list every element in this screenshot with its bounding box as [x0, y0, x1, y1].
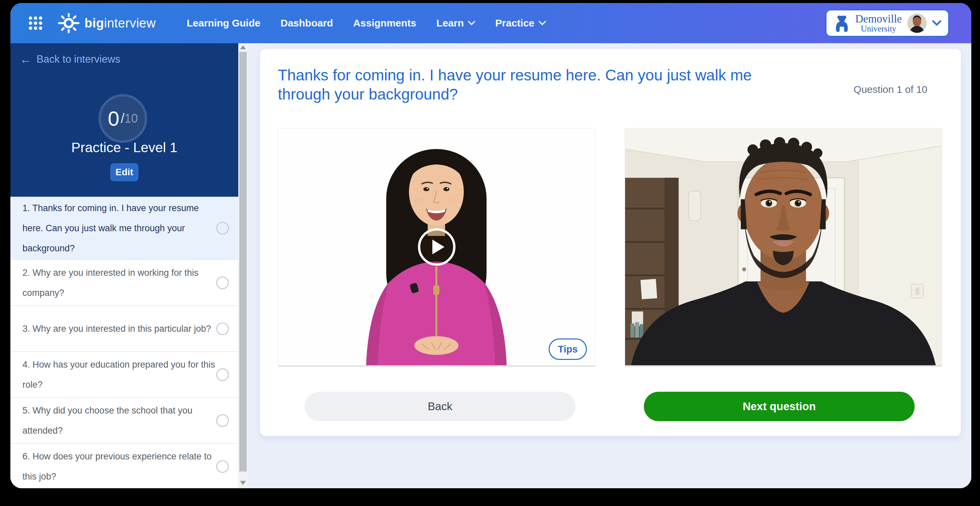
- progress-total: 10: [124, 111, 138, 126]
- chevron-down-icon: [468, 21, 475, 25]
- interview-set-title: Practice - Level 1: [10, 140, 238, 156]
- interview-sidebar: ← Back to interviews 0 / 10 Practice - L…: [10, 43, 238, 488]
- nav-practice[interactable]: Practice: [495, 18, 546, 29]
- scrollbar-up-arrow[interactable]: [240, 45, 246, 49]
- sun-logo-icon: [58, 12, 80, 34]
- question-card: Thanks for coming in. I have your resume…: [260, 49, 961, 436]
- app-switcher-grid-icon[interactable]: [28, 16, 43, 30]
- top-navigation-bar: biginterview Learning Guide Dashboard As…: [10, 3, 971, 43]
- play-icon: [432, 240, 444, 255]
- progress-slash: /: [121, 111, 124, 126]
- question-radio-icon[interactable]: [216, 322, 229, 335]
- question-text: 4. How has your education prepared you f…: [22, 355, 215, 395]
- logo-wordmark: biginterview: [84, 16, 156, 30]
- apps-grid-icon: [29, 16, 43, 30]
- question-counter: Question 1 of 10: [854, 84, 928, 95]
- biginterview-logo[interactable]: biginterview: [58, 12, 156, 34]
- scrollbar-thumb[interactable]: [239, 52, 247, 471]
- progress-current: 0: [108, 107, 119, 130]
- question-list-item-1[interactable]: 1. Thanks for coming in. I have your res…: [10, 197, 238, 259]
- question-text: 3. Why are you interested in this partic…: [22, 319, 215, 339]
- question-radio-icon[interactable]: [216, 414, 229, 427]
- edit-button[interactable]: Edit: [110, 163, 138, 181]
- scrollbar-down-arrow[interactable]: [240, 481, 246, 485]
- app-window: biginterview Learning Guide Dashboard As…: [10, 3, 971, 488]
- back-button[interactable]: Back: [305, 392, 576, 421]
- webcam-illustration: [625, 128, 942, 365]
- arrow-left-icon: ←: [20, 53, 32, 65]
- main-nav: Learning Guide Dashboard Assignments Lea…: [187, 18, 546, 29]
- chevron-down-icon: [932, 20, 942, 26]
- question-list-item-5[interactable]: 5. Why did you choose the school that yo…: [10, 397, 238, 443]
- question-list-item-6[interactable]: 6. How does your previous experience rel…: [10, 443, 238, 488]
- back-link-label: Back to interviews: [37, 53, 120, 65]
- bear-mascot-icon: [833, 13, 850, 33]
- account-institution: Demoville University: [855, 13, 902, 33]
- question-radio-icon[interactable]: [216, 460, 229, 473]
- question-text: 1. Thanks for coming in. I have your res…: [22, 198, 215, 258]
- question-list-item-4[interactable]: 4. How has your education prepared you f…: [10, 351, 238, 397]
- practice-main-area: Thanks for coming in. I have your resume…: [248, 43, 971, 488]
- question-radio-icon[interactable]: [216, 368, 229, 381]
- question-text: 5. Why did you choose the school that yo…: [22, 401, 215, 441]
- question-text: 6. How does your previous experience rel…: [22, 446, 215, 487]
- progress-circle: 0 / 10: [99, 94, 147, 143]
- nav-learning-guide[interactable]: Learning Guide: [187, 18, 261, 29]
- question-radio-icon[interactable]: [216, 222, 229, 235]
- nav-learn[interactable]: Learn: [436, 18, 475, 29]
- question-radio-icon[interactable]: [216, 277, 229, 289]
- question-list: 1. Thanks for coming in. I have your res…: [10, 197, 238, 488]
- account-menu[interactable]: Demoville University: [826, 10, 949, 37]
- chevron-down-icon: [539, 21, 546, 25]
- question-list-item-3[interactable]: 3. Why are you interested in this partic…: [10, 305, 238, 351]
- user-avatar: [907, 13, 927, 33]
- back-to-interviews-link[interactable]: ← Back to interviews: [20, 53, 120, 65]
- nav-dashboard[interactable]: Dashboard: [280, 18, 333, 29]
- nav-assignments[interactable]: Assignments: [353, 18, 416, 29]
- question-list-item-2[interactable]: 2. Why are you interested in working for…: [10, 259, 238, 305]
- next-question-button[interactable]: Next question: [644, 392, 915, 421]
- question-heading: Thanks for coming in. I have your resume…: [278, 66, 801, 104]
- question-text: 2. Why are you interested in working for…: [22, 263, 215, 303]
- user-webcam-video: [625, 128, 942, 366]
- tips-button[interactable]: Tips: [549, 339, 587, 360]
- interviewer-video[interactable]: Tips: [278, 128, 595, 366]
- play-button[interactable]: [418, 228, 455, 266]
- interview-set-header: ← Back to interviews 0 / 10 Practice - L…: [10, 43, 238, 197]
- sidebar-scrollbar: [238, 43, 248, 488]
